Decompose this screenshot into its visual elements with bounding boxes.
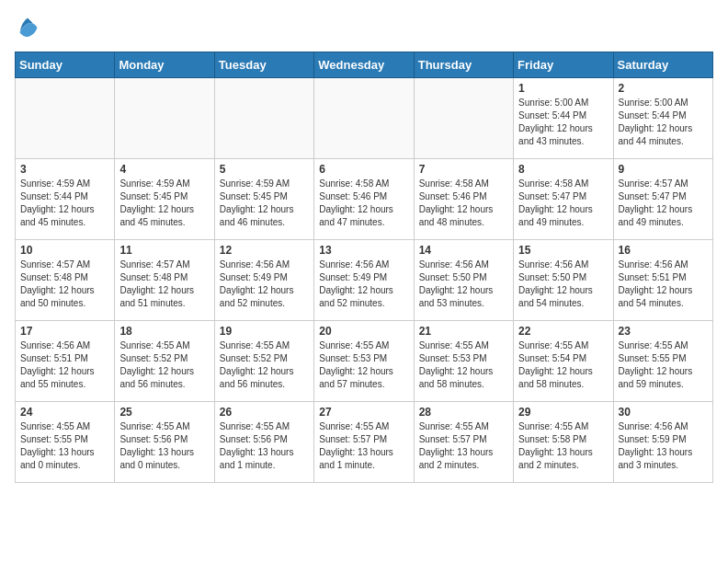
weekday-header-monday: Monday <box>115 52 214 78</box>
calendar-week-2: 10Sunrise: 4:57 AM Sunset: 5:48 PM Dayli… <box>16 240 713 321</box>
day-number: 23 <box>619 325 708 338</box>
day-info: Sunrise: 4:55 AM Sunset: 5:55 PM Dayligh… <box>20 420 109 472</box>
day-number: 15 <box>518 244 608 257</box>
day-info: Sunrise: 4:58 AM Sunset: 5:46 PM Dayligh… <box>319 178 408 229</box>
weekday-header-sunday: Sunday <box>16 52 115 78</box>
day-number: 5 <box>220 163 309 176</box>
day-info: Sunrise: 4:55 AM Sunset: 5:52 PM Dayligh… <box>119 339 209 391</box>
day-info: Sunrise: 4:55 AM Sunset: 5:57 PM Dayligh… <box>319 420 408 472</box>
calendar-cell <box>314 78 414 159</box>
day-number: 25 <box>119 406 209 419</box>
day-number: 1 <box>518 82 608 95</box>
day-info: Sunrise: 4:55 AM Sunset: 5:56 PM Dayligh… <box>119 420 209 472</box>
calendar-week-1: 3Sunrise: 4:59 AM Sunset: 5:44 PM Daylig… <box>16 159 713 240</box>
day-info: Sunrise: 5:00 AM Sunset: 5:44 PM Dayligh… <box>518 97 608 148</box>
calendar-cell: 10Sunrise: 4:57 AM Sunset: 5:48 PM Dayli… <box>16 240 115 321</box>
calendar-cell: 4Sunrise: 4:59 AM Sunset: 5:45 PM Daylig… <box>115 159 214 240</box>
calendar-cell: 17Sunrise: 4:56 AM Sunset: 5:51 PM Dayli… <box>16 321 115 402</box>
day-info: Sunrise: 4:55 AM Sunset: 5:52 PM Dayligh… <box>220 339 309 391</box>
day-number: 13 <box>319 244 408 257</box>
weekday-header-thursday: Thursday <box>414 52 513 78</box>
day-number: 2 <box>619 82 708 95</box>
day-info: Sunrise: 4:58 AM Sunset: 5:47 PM Dayligh… <box>518 178 608 229</box>
day-number: 24 <box>20 406 109 419</box>
day-info: Sunrise: 4:55 AM Sunset: 5:53 PM Dayligh… <box>319 339 408 391</box>
calendar-cell: 5Sunrise: 4:59 AM Sunset: 5:45 PM Daylig… <box>214 159 313 240</box>
calendar-cell <box>115 78 214 159</box>
calendar-cell: 14Sunrise: 4:56 AM Sunset: 5:50 PM Dayli… <box>414 240 513 321</box>
calendar-cell: 23Sunrise: 4:55 AM Sunset: 5:55 PM Dayli… <box>613 321 712 402</box>
day-number: 12 <box>220 244 309 257</box>
calendar-cell: 13Sunrise: 4:56 AM Sunset: 5:49 PM Dayli… <box>314 240 414 321</box>
calendar-cell: 27Sunrise: 4:55 AM Sunset: 5:57 PM Dayli… <box>314 402 414 483</box>
day-info: Sunrise: 4:56 AM Sunset: 5:51 PM Dayligh… <box>619 259 708 310</box>
day-number: 9 <box>619 163 708 176</box>
day-info: Sunrise: 4:59 AM Sunset: 5:45 PM Dayligh… <box>119 178 209 229</box>
calendar-week-0: 1Sunrise: 5:00 AM Sunset: 5:44 PM Daylig… <box>16 78 713 159</box>
day-number: 14 <box>419 244 508 257</box>
calendar-cell: 18Sunrise: 4:55 AM Sunset: 5:52 PM Dayli… <box>115 321 214 402</box>
day-info: Sunrise: 4:57 AM Sunset: 5:47 PM Dayligh… <box>619 178 708 229</box>
day-number: 6 <box>319 163 408 176</box>
day-number: 22 <box>518 325 608 338</box>
day-info: Sunrise: 4:55 AM Sunset: 5:56 PM Dayligh… <box>220 420 309 472</box>
day-number: 19 <box>220 325 309 338</box>
day-info: Sunrise: 4:55 AM Sunset: 5:54 PM Dayligh… <box>518 339 608 391</box>
calendar-week-3: 17Sunrise: 4:56 AM Sunset: 5:51 PM Dayli… <box>16 321 713 402</box>
day-number: 18 <box>119 325 209 338</box>
day-number: 7 <box>419 163 508 176</box>
calendar-cell: 25Sunrise: 4:55 AM Sunset: 5:56 PM Dayli… <box>115 402 214 483</box>
day-info: Sunrise: 4:55 AM Sunset: 5:55 PM Dayligh… <box>619 339 708 391</box>
day-info: Sunrise: 4:59 AM Sunset: 5:45 PM Dayligh… <box>220 178 309 229</box>
calendar-cell: 2Sunrise: 5:00 AM Sunset: 5:44 PM Daylig… <box>613 78 712 159</box>
day-info: Sunrise: 4:56 AM Sunset: 5:50 PM Dayligh… <box>518 259 608 310</box>
day-number: 27 <box>319 406 408 419</box>
day-info: Sunrise: 4:58 AM Sunset: 5:46 PM Dayligh… <box>419 178 508 229</box>
day-info: Sunrise: 4:56 AM Sunset: 5:49 PM Dayligh… <box>220 259 309 310</box>
day-number: 3 <box>20 163 109 176</box>
logo <box>15 15 44 40</box>
day-number: 8 <box>518 163 608 176</box>
day-number: 26 <box>220 406 309 419</box>
calendar-table: SundayMondayTuesdayWednesdayThursdayFrid… <box>15 52 713 483</box>
calendar-cell: 21Sunrise: 4:55 AM Sunset: 5:53 PM Dayli… <box>414 321 513 402</box>
calendar-cell <box>16 78 115 159</box>
day-info: Sunrise: 4:57 AM Sunset: 5:48 PM Dayligh… <box>119 259 209 310</box>
day-number: 20 <box>319 325 408 338</box>
day-number: 16 <box>619 244 708 257</box>
calendar-week-4: 24Sunrise: 4:55 AM Sunset: 5:55 PM Dayli… <box>16 402 713 483</box>
calendar-cell: 6Sunrise: 4:58 AM Sunset: 5:46 PM Daylig… <box>314 159 414 240</box>
day-number: 21 <box>419 325 508 338</box>
calendar-cell: 15Sunrise: 4:56 AM Sunset: 5:50 PM Dayli… <box>514 240 613 321</box>
weekday-header-saturday: Saturday <box>613 52 712 78</box>
calendar-cell: 22Sunrise: 4:55 AM Sunset: 5:54 PM Dayli… <box>514 321 613 402</box>
day-info: Sunrise: 4:56 AM Sunset: 5:51 PM Dayligh… <box>20 339 109 391</box>
day-info: Sunrise: 4:55 AM Sunset: 5:58 PM Dayligh… <box>518 420 608 472</box>
day-number: 4 <box>119 163 209 176</box>
calendar-cell <box>414 78 513 159</box>
calendar-cell: 8Sunrise: 4:58 AM Sunset: 5:47 PM Daylig… <box>514 159 613 240</box>
day-info: Sunrise: 4:56 AM Sunset: 5:59 PM Dayligh… <box>619 420 708 472</box>
calendar-cell: 9Sunrise: 4:57 AM Sunset: 5:47 PM Daylig… <box>613 159 712 240</box>
calendar-cell: 12Sunrise: 4:56 AM Sunset: 5:49 PM Dayli… <box>214 240 313 321</box>
calendar-cell: 16Sunrise: 4:56 AM Sunset: 5:51 PM Dayli… <box>613 240 712 321</box>
day-number: 17 <box>20 325 109 338</box>
day-info: Sunrise: 4:59 AM Sunset: 5:44 PM Dayligh… <box>20 178 109 229</box>
calendar-cell: 11Sunrise: 4:57 AM Sunset: 5:48 PM Dayli… <box>115 240 214 321</box>
day-info: Sunrise: 5:00 AM Sunset: 5:44 PM Dayligh… <box>619 97 708 148</box>
day-number: 30 <box>619 406 708 419</box>
day-info: Sunrise: 4:56 AM Sunset: 5:49 PM Dayligh… <box>319 259 408 310</box>
calendar-cell <box>214 78 313 159</box>
calendar-cell: 19Sunrise: 4:55 AM Sunset: 5:52 PM Dayli… <box>214 321 313 402</box>
day-number: 29 <box>518 406 608 419</box>
weekday-header-friday: Friday <box>514 52 613 78</box>
day-info: Sunrise: 4:56 AM Sunset: 5:50 PM Dayligh… <box>419 259 508 310</box>
day-number: 10 <box>20 244 109 257</box>
calendar-cell: 3Sunrise: 4:59 AM Sunset: 5:44 PM Daylig… <box>16 159 115 240</box>
calendar-cell: 28Sunrise: 4:55 AM Sunset: 5:57 PM Dayli… <box>414 402 513 483</box>
day-info: Sunrise: 4:55 AM Sunset: 5:57 PM Dayligh… <box>419 420 508 472</box>
weekday-header-wednesday: Wednesday <box>314 52 414 78</box>
calendar-cell: 26Sunrise: 4:55 AM Sunset: 5:56 PM Dayli… <box>214 402 313 483</box>
calendar-cell: 24Sunrise: 4:55 AM Sunset: 5:55 PM Dayli… <box>16 402 115 483</box>
calendar-cell: 7Sunrise: 4:58 AM Sunset: 5:46 PM Daylig… <box>414 159 513 240</box>
